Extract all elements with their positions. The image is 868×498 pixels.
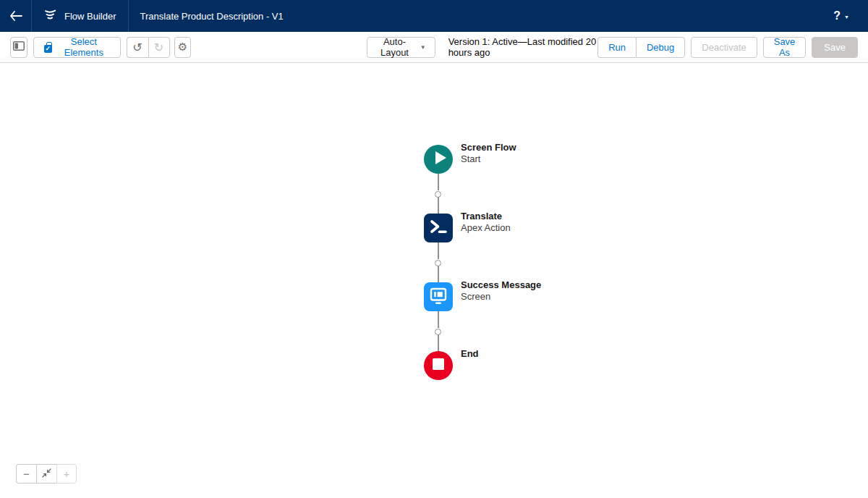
zoom-controls: − + bbox=[16, 464, 77, 484]
select-elements-button[interactable]: ✓ Select Elements bbox=[33, 37, 121, 58]
node-start-label[interactable]: Screen Flow Start bbox=[461, 142, 516, 164]
terminal-icon bbox=[424, 212, 453, 244]
run-button[interactable]: Run bbox=[597, 37, 636, 58]
toggle-left-panel-button[interactable] bbox=[10, 37, 27, 58]
connector-line bbox=[438, 311, 439, 328]
node-end[interactable] bbox=[424, 351, 453, 380]
select-elements-label: Select Elements bbox=[58, 36, 109, 58]
gear-icon: ⚙ bbox=[178, 41, 187, 54]
back-button[interactable] bbox=[0, 0, 32, 32]
version-status-text: Version 1: Active—Last modified 20 hours… bbox=[448, 36, 597, 58]
minus-icon: − bbox=[23, 468, 30, 480]
zoom-out-button[interactable]: − bbox=[16, 464, 36, 484]
save-as-button[interactable]: Save As bbox=[763, 37, 807, 58]
collapse-arrows-icon bbox=[42, 468, 51, 480]
multi-select-icon: ✓ bbox=[44, 42, 52, 53]
zoom-in-button[interactable]: + bbox=[56, 464, 77, 484]
undo-button[interactable]: ↺ bbox=[127, 37, 148, 58]
help-menu-button[interactable]: ? ▼ bbox=[833, 0, 868, 32]
plus-icon: + bbox=[64, 468, 70, 480]
node-apex-action-label[interactable]: Translate Apex Action bbox=[461, 211, 511, 233]
help-icon: ? bbox=[833, 9, 841, 22]
redo-icon: ↻ bbox=[154, 41, 163, 54]
zoom-to-fit-button[interactable] bbox=[36, 464, 56, 484]
connector-line bbox=[438, 197, 439, 214]
connector-line bbox=[438, 334, 439, 351]
redo-button[interactable]: ↻ bbox=[148, 37, 170, 58]
save-button[interactable]: Save bbox=[812, 37, 858, 58]
play-icon bbox=[424, 143, 453, 175]
connector-line bbox=[438, 266, 439, 282]
connector-line bbox=[438, 174, 439, 190]
undo-icon: ↺ bbox=[132, 41, 142, 54]
screen-icon bbox=[424, 281, 453, 313]
debug-button[interactable]: Debug bbox=[636, 37, 685, 58]
node-end-label[interactable]: End bbox=[461, 348, 479, 359]
app-header: Flow Builder Translate Product Descripti… bbox=[0, 0, 868, 32]
node-start[interactable] bbox=[424, 145, 453, 174]
node-apex-action[interactable] bbox=[424, 214, 453, 242]
deactivate-button[interactable]: Deactivate bbox=[691, 37, 757, 58]
chevron-down-icon: ▼ bbox=[844, 14, 849, 20]
builder-toolbar: ✓ Select Elements ↺ ↻ ⚙ Auto-Layout ▼ Ve… bbox=[0, 32, 868, 63]
left-panel-icon bbox=[13, 41, 25, 53]
connector-line bbox=[438, 242, 439, 259]
layout-mode-dropdown[interactable]: Auto-Layout ▼ bbox=[367, 37, 435, 58]
stop-icon bbox=[424, 350, 453, 381]
app-name: Flow Builder bbox=[64, 11, 116, 22]
flow-canvas[interactable]: Screen Flow Start Translate Apex Action … bbox=[0, 63, 868, 498]
flow-settings-button[interactable]: ⚙ bbox=[174, 37, 192, 58]
flow-builder-logo-icon bbox=[43, 8, 57, 24]
flow-builder-brand: Flow Builder bbox=[32, 0, 129, 32]
back-arrow-icon bbox=[9, 11, 22, 21]
node-screen-label[interactable]: Success Message Screen bbox=[461, 279, 541, 302]
chevron-down-icon: ▼ bbox=[420, 44, 426, 51]
layout-mode-value: Auto-Layout bbox=[376, 36, 412, 58]
flow-title: Translate Product Description - V1 bbox=[129, 0, 295, 32]
node-screen[interactable] bbox=[424, 282, 453, 311]
